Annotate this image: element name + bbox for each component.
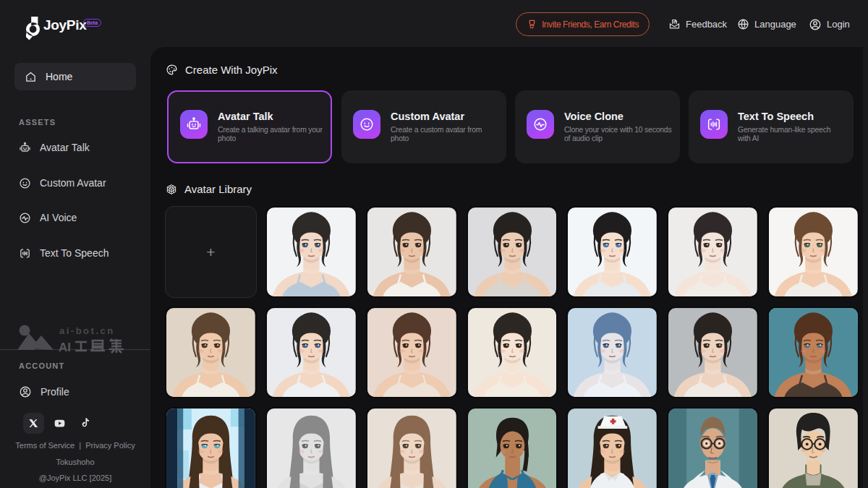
svg-text:ai-bot.cn: ai-bot.cn — [59, 325, 115, 336]
svg-text:AI: AI — [59, 341, 71, 354]
